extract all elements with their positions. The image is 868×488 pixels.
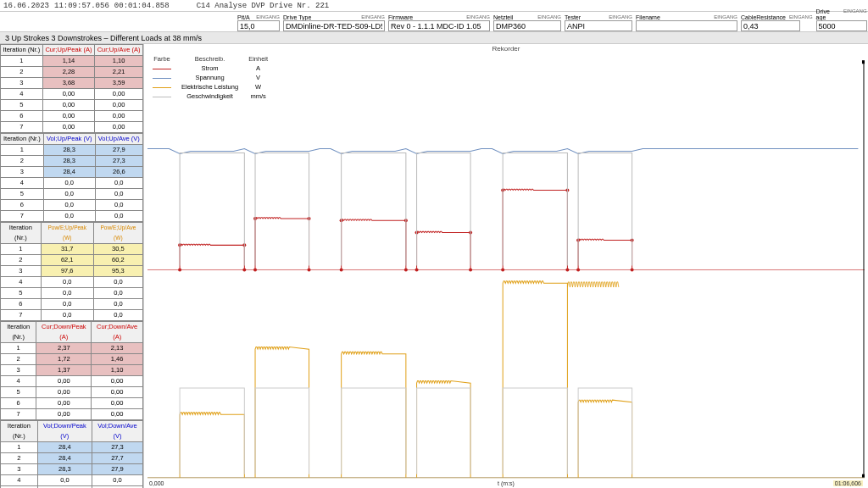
table-row: 40,00,0: [1, 277, 143, 288]
table-row: 228,427,7: [1, 453, 143, 464]
table-row: 262,160,2: [1, 255, 143, 266]
header-time-2: 00:01:04.858: [114, 2, 170, 10]
table-row: 128,427,3: [1, 442, 143, 453]
col-ave: Vol;Down/Ave (V): [92, 421, 143, 442]
svg-point-24: [631, 268, 634, 271]
legend-row: SpannungV: [147, 73, 273, 82]
table-row: 70,000,00: [1, 122, 143, 133]
col-ave: Cur;Down/Ave (A): [92, 322, 143, 343]
table-row: 60,000,00: [1, 398, 143, 409]
field-input-driveage[interactable]: [816, 20, 867, 31]
table-row: 70,00,0: [1, 310, 143, 321]
recorder-chart: 0,000 t (m:s) 01:06,606: [147, 53, 865, 486]
table-row: 40,00,0: [1, 178, 143, 189]
svg-point-21: [576, 268, 580, 271]
svg-rect-27: [862, 60, 865, 64]
field-status: EINGANG: [466, 14, 490, 20]
svg-point-8: [308, 268, 311, 271]
field-label: CableResistance: [741, 14, 786, 20]
table-row: 228,327,3: [1, 156, 143, 167]
field-label: Drive Type: [283, 14, 311, 20]
table-row: 12,372,13: [1, 343, 143, 354]
col-ave: Pow/E;Up/Ave (W): [93, 223, 142, 244]
col-peak: Cur;Up/Peak (A): [42, 45, 94, 56]
field-status: EINGANG: [714, 14, 737, 20]
table-row: 328,426,6: [1, 167, 143, 178]
table-row: 70,000,00: [1, 409, 143, 420]
table-row: 21,721,46: [1, 354, 143, 365]
field-status: EINGANG: [609, 14, 632, 20]
table-row: 60,000,00: [1, 111, 143, 122]
xaxis-start: 0,000: [149, 480, 164, 486]
table-row: 11,141,10: [1, 56, 143, 67]
field-status: EINGANG: [789, 14, 813, 20]
table-row: 70,00,0: [1, 211, 143, 222]
field-status: EINGANG: [843, 8, 867, 20]
table-row: 397,695,3: [1, 266, 143, 277]
field-label: Pit/A: [237, 14, 250, 20]
table-row: 50,000,00: [1, 100, 143, 111]
field-input-tester[interactable]: [565, 20, 632, 31]
svg-point-1: [178, 268, 181, 271]
header-title: C14 Analyse DVP Drive Nr. 221: [197, 2, 330, 10]
field-status: EINGANG: [256, 14, 280, 20]
col-peak: Cur;Down/Peak (A): [36, 322, 92, 343]
table-row: 22,282,21: [1, 67, 143, 78]
table-row: 40,00,0: [1, 475, 143, 486]
col-iter: Iteration (Nr.): [1, 322, 36, 343]
svg-point-4: [242, 268, 246, 271]
field-input-cableresistance[interactable]: [741, 20, 800, 31]
svg-point-12: [404, 268, 408, 271]
field-label: Firmware: [388, 14, 413, 20]
table-row: 128,327,9: [1, 145, 143, 156]
table-row: 40,000,00: [1, 89, 143, 100]
field-status: EINGANG: [361, 14, 385, 20]
table-row: 31,371,10: [1, 365, 143, 376]
svg-point-16: [469, 268, 472, 271]
table-row: 50,000,00: [1, 387, 143, 398]
svg-rect-28: [862, 474, 865, 478]
metrics-tables: Iteration (Nr.)Cur;Up/Peak (A)Cur;Up/Ave…: [0, 44, 144, 488]
col-ave: Cur;Up/Ave (A): [95, 45, 143, 56]
recorder-title: Rekorder: [144, 44, 868, 53]
field-input-pita[interactable]: [237, 20, 280, 31]
col-peak: Vol;Down/Peak (V): [37, 421, 92, 442]
xaxis-end: 01:06,606: [833, 480, 863, 486]
field-input-filename[interactable]: [636, 20, 737, 31]
chart-legend: FarbeBeschreib.EinheitStromASpannungVEle…: [147, 54, 273, 101]
field-label: Drive age: [816, 8, 840, 20]
field-label: Netzteil: [493, 14, 513, 20]
svg-point-9: [340, 268, 343, 271]
svg-point-5: [253, 268, 257, 271]
header-time-1: 11:09:57.056: [54, 2, 109, 10]
table-row: 60,00,0: [1, 200, 143, 211]
col-peak: Pow/E;Up/Peak (W): [41, 223, 93, 244]
table-row: 328,327,9: [1, 464, 143, 475]
legend-row: Geschwindigkeitmm/s: [147, 92, 273, 101]
svg-point-17: [501, 268, 504, 271]
field-input-netzteil[interactable]: [493, 20, 561, 31]
legend-row: StromA: [147, 64, 273, 73]
col-iter: Iteration (Nr.): [1, 421, 38, 442]
legend-row: Elektrische LeistungW: [147, 82, 273, 92]
field-input-drivetype[interactable]: [283, 20, 385, 31]
col-iter: Iteration (Nr.): [1, 223, 42, 244]
table-row: 50,00,0: [1, 189, 143, 200]
table-row: 60,00,0: [1, 299, 143, 310]
svg-point-20: [565, 268, 569, 271]
col-ave: Vol;Up/Ave (V): [95, 134, 142, 145]
table-row: 50,00,0: [1, 288, 143, 299]
table-row: 131,730,5: [1, 244, 143, 255]
field-input-firmware[interactable]: [388, 20, 490, 31]
svg-point-13: [415, 268, 419, 271]
table-row: 40,000,00: [1, 376, 143, 387]
field-label: Tester: [565, 14, 581, 20]
xaxis-label: t (m:s): [498, 480, 515, 486]
col-peak: Vol;Up/Peak (V): [43, 134, 95, 145]
header-date: 16.06.2023: [3, 2, 49, 10]
field-status: EINGANG: [537, 14, 561, 20]
table-row: 33,683,59: [1, 78, 143, 89]
col-iter: Iteration (Nr.): [1, 134, 44, 145]
subheader: 3 Up Strokes 3 Downstrokes – Different L…: [0, 32, 868, 44]
field-label: Filename: [636, 14, 660, 20]
